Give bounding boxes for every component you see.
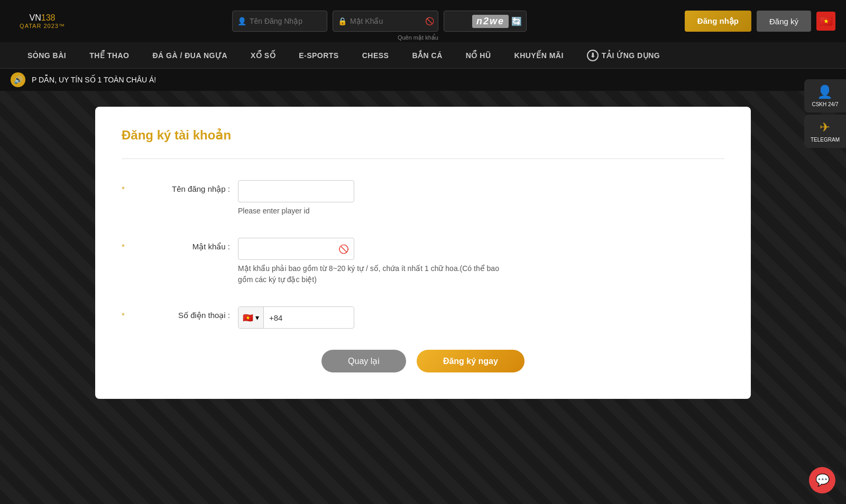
nav-ban-ca[interactable]: BẮN CÁ [400,42,454,69]
header-buttons: Đăng nhập Đăng ký 🇻🇳 [685,11,835,32]
lock-icon: 🔒 [338,17,347,25]
cskh-widget[interactable]: 👤 CSKH 24/7 [804,79,846,113]
telegram-label: TELEGRAM [811,137,840,143]
form-title: Đăng ký tài khoản [122,128,724,143]
nav-e-sports[interactable]: E-SPORTS [287,42,351,69]
password-toggle-icon[interactable]: 🚫 [425,17,434,25]
captcha-refresh-icon[interactable]: 🔄 [511,16,522,26]
register-header-button[interactable]: Đăng ký [757,11,811,32]
password-colon: : [228,242,230,251]
forgot-password-link[interactable]: Quên mật khẩu [398,34,438,41]
phone-colon: : [228,311,230,320]
register-password-input[interactable] [238,238,354,260]
telegram-icon: ✈ [820,120,830,135]
login-button[interactable]: Đăng nhập [685,11,751,32]
form-divider [122,158,724,159]
phone-label: Số điện thoại [178,311,226,320]
captcha-wrapper: n2we 🔄 [444,11,527,32]
password-required-star: * [122,242,125,251]
cskh-label: CSKH 24/7 [812,101,838,107]
language-flag[interactable]: 🇻🇳 [816,12,835,31]
username-label-area: * Tên đăng nhập : [122,180,238,194]
header-inputs: 👤 🔒 🚫 Quên mật khẩu n2we 🔄 [85,11,674,32]
ticker-text: P DẪN, UY TÍN SỐ 1 TOÀN CHÂU Á! [32,76,156,84]
main-content: Đăng ký tài khoản * Tên đăng nhập : Plea… [0,91,846,415]
phone-label-area: * Số điện thoại : [122,306,238,320]
captcha-display: n2we [472,15,509,28]
nav-da-ga[interactable]: ĐÁ GÀ / ĐUA NGỰA [141,42,239,69]
password-label: Mật khẩu [192,242,226,251]
logo-qatar: QATAR 2023™ [20,23,65,29]
phone-flag: 🇻🇳 [243,313,253,323]
nav-tai-ung-dung[interactable]: ⬇ TẢI ỨNG DỤNG [575,42,672,69]
ticker-bar: 🔊 P DẪN, UY TÍN SỐ 1 TOÀN CHÂU Á! [0,69,846,91]
register-form-card: Đăng ký tài khoản * Tên đăng nhập : Plea… [95,107,751,399]
cskh-icon: 👤 [817,85,833,99]
nav-song-bai[interactable]: SÒNG BÀI [16,42,78,69]
username-wrapper: 👤 [232,11,327,32]
phone-input-area: 🇻🇳 ▾ [238,306,354,329]
logo: VN138 QATAR 2023™ [11,13,74,29]
phone-country-selector[interactable]: 🇻🇳 ▾ [238,307,264,328]
register-username-input[interactable] [238,180,354,202]
username-label: Tên đăng nhập [172,184,226,193]
username-row: * Tên đăng nhập : Please enter player id [122,180,724,217]
username-colon: : [228,184,230,193]
logo-vn: VN [30,13,41,22]
username-required-star: * [122,184,125,193]
nav-the-thao[interactable]: THỂ THAO [78,42,141,69]
speaker-icon: 🔊 [11,72,25,87]
user-icon: 👤 [237,17,246,25]
phone-input-wrapper: 🇻🇳 ▾ [238,306,354,329]
nav-chess[interactable]: CHESS [351,42,401,69]
password-wrapper: 🔒 🚫 Quên mật khẩu [333,11,438,32]
back-button[interactable]: Quay lại [321,350,406,372]
logo-text: VN138 [30,13,56,23]
phone-row: * Số điện thoại : 🇻🇳 ▾ [122,306,724,329]
chat-button[interactable]: 💬 [809,467,835,493]
nav-xo-so[interactable]: XỔ SỐ [239,42,287,69]
nav-no-hu[interactable]: NỔ HŨ [454,42,503,69]
logo-138: 138 [41,13,56,22]
submit-button[interactable]: Đăng ký ngay [417,350,525,372]
password-input-area: 🚫 Mật khẩu phải bao gồm từ 8~20 ký tự / … [238,238,502,285]
captcha-input[interactable] [448,17,470,25]
nav-bar: SÒNG BÀI THỂ THAO ĐÁ GÀ / ĐUA NGỰA XỔ SỐ… [0,42,846,69]
chat-icon: 💬 [815,473,830,487]
username-input-area: Please enter player id [238,180,354,217]
password-label-area: * Mật khẩu : [122,238,238,251]
phone-dropdown-icon: ▾ [255,313,259,322]
side-widgets: 👤 CSKH 24/7 ✈ TELEGRAM [804,79,846,150]
form-actions: Quay lại Đăng ký ngay [122,350,724,372]
nav-tai-ung-dung-label: TẢI ỨNG DỤNG [602,51,660,60]
username-hint: Please enter player id [238,206,354,217]
telegram-widget[interactable]: ✈ TELEGRAM [804,115,846,148]
password-hint: Mật khẩu phải bao gồm từ 8~20 ký tự / số… [238,263,502,285]
download-icon: ⬇ [587,50,599,61]
password-input[interactable] [333,11,438,32]
phone-input[interactable] [264,313,354,322]
register-password-wrapper: 🚫 [238,238,354,260]
phone-required-star: * [122,311,125,320]
password-row: * Mật khẩu : 🚫 Mật khẩu phải bao gồm từ … [122,238,724,285]
header: VN138 QATAR 2023™ 👤 🔒 🚫 Quên mật khẩu n2… [0,0,846,42]
register-pw-toggle-icon[interactable]: 🚫 [338,244,349,254]
nav-khuyen-mai[interactable]: KHUYẾN MÃI [503,42,575,69]
